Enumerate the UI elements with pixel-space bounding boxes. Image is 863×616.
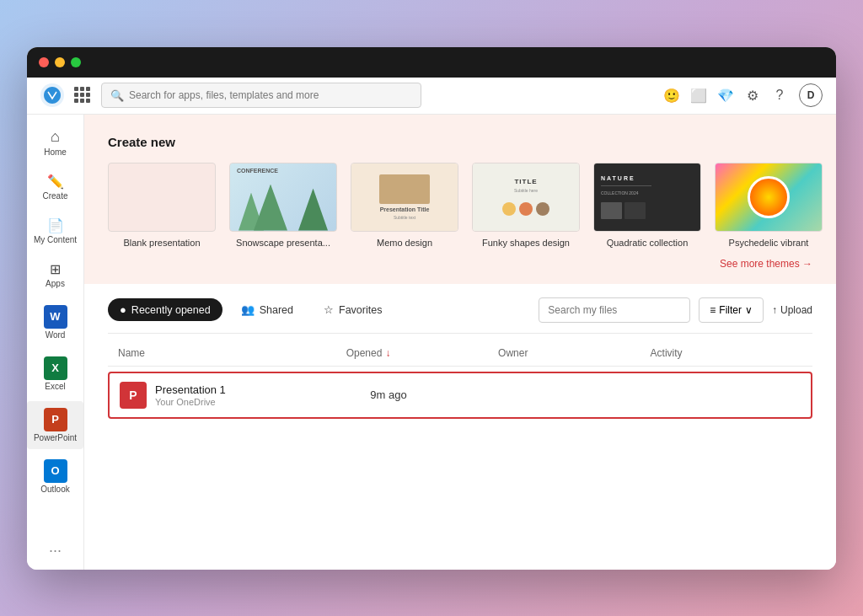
outlook-icon: O xyxy=(44,459,67,483)
files-toolbar-right: ≡ Filter ∨ ↑ Upload xyxy=(539,297,812,323)
template-blank[interactable]: Blank presentation xyxy=(108,163,216,249)
home-icon: ⌂ xyxy=(51,128,60,146)
table-row[interactable]: P Presentation 1 Your OneDrive 9m ago xyxy=(108,372,812,419)
file-location: Your OneDrive xyxy=(155,397,370,407)
word-icon: W xyxy=(44,305,67,329)
sidebar-item-label: Excel xyxy=(45,382,65,391)
sidebar-item-label: Apps xyxy=(46,279,65,288)
tab-shared[interactable]: 👥 Shared xyxy=(229,298,305,321)
sidebar-item-powerpoint[interactable]: P PowerPoint xyxy=(27,401,83,449)
template-thumb-blank xyxy=(108,163,216,232)
col-header-activity: Activity xyxy=(651,347,802,359)
filter-button[interactable]: ≡ Filter ∨ xyxy=(699,297,764,323)
upload-button[interactable]: ↑ Upload xyxy=(772,297,812,323)
user-avatar[interactable]: D xyxy=(799,83,823,107)
sidebar-item-label: PowerPoint xyxy=(34,433,77,442)
template-label-psychedelic: Psychedelic vibrant xyxy=(729,237,809,249)
template-label-snowscape: Snowscape presenta... xyxy=(236,237,330,249)
excel-icon: X xyxy=(44,356,67,380)
sidebar-item-home[interactable]: ⌂ Home xyxy=(27,121,83,163)
sidebar-item-outlook[interactable]: O Outlook xyxy=(27,453,83,501)
waffle-menu-icon[interactable] xyxy=(74,87,91,104)
templates-row: Blank presentation CONFERENCE S xyxy=(108,163,812,249)
template-thumb-quadratic: NATURE COLLECTION 2024 xyxy=(593,163,701,232)
template-label-blank: Blank presentation xyxy=(123,237,200,249)
col-header-name: Name xyxy=(118,347,346,359)
upload-icon: ↑ xyxy=(772,304,777,316)
main-layout: ⌂ Home ✏️ Create 📄 My Content ⊞ Apps W W… xyxy=(27,115,836,570)
tab-recently-opened[interactable]: ● Recently opened xyxy=(108,298,222,321)
template-quadratic[interactable]: NATURE COLLECTION 2024 Quadratic collect… xyxy=(593,163,701,249)
search-icon: 🔍 xyxy=(110,89,124,102)
file-opened-time: 9m ago xyxy=(370,388,513,401)
global-search-input[interactable] xyxy=(129,89,412,101)
top-bar-actions: 🙂 ⬜ 💎 ⚙ ? D xyxy=(664,83,823,107)
filter-chevron-icon: ∨ xyxy=(745,304,753,316)
tab-recently-opened-label: Recently opened xyxy=(131,304,211,316)
sidebar: ⌂ Home ✏️ Create 📄 My Content ⊞ Apps W W… xyxy=(27,115,84,570)
top-bar: 🔍 🙂 ⬜ 💎 ⚙ ? D xyxy=(27,78,836,115)
col-header-owner: Owner xyxy=(498,347,650,359)
file-icon-wrap: P xyxy=(120,382,147,409)
template-funky[interactable]: TITLE Subtitle here Funky shapes design xyxy=(472,163,580,249)
sidebar-more-button[interactable]: ... xyxy=(42,532,68,563)
filter-label: Filter xyxy=(719,304,742,316)
template-thumb-memo: Presentation Title Subtitle text xyxy=(351,163,458,232)
sidebar-item-excel[interactable]: X Excel xyxy=(27,350,83,398)
diamond-icon[interactable]: 💎 xyxy=(718,88,733,103)
app-window: 🔍 🙂 ⬜ 💎 ⚙ ? D ⌂ Home ✏️ Create 📄 xyxy=(27,47,836,570)
table-header: Name Opened ↓ Owner Activity xyxy=(108,340,812,367)
traffic-lights xyxy=(39,57,81,67)
sidebar-item-my-content[interactable]: 📄 My Content xyxy=(27,211,83,251)
tab-favorites[interactable]: ☆ Favorites xyxy=(312,298,394,321)
file-info: Presentation 1 Your OneDrive xyxy=(155,383,370,407)
tab-shared-label: Shared xyxy=(260,304,293,316)
sidebar-item-label: Create xyxy=(42,191,67,201)
screen-share-icon[interactable]: ⬜ xyxy=(691,88,706,103)
see-more-themes-link[interactable]: See more themes → xyxy=(720,258,812,270)
powerpoint-icon: P xyxy=(44,408,67,431)
create-icon: ✏️ xyxy=(47,174,64,190)
powerpoint-file-icon: P xyxy=(120,382,147,409)
template-snowscape[interactable]: CONFERENCE Snowscape presenta... xyxy=(229,163,337,249)
sidebar-item-apps[interactable]: ⊞ Apps xyxy=(27,254,83,295)
files-toolbar: ● Recently opened 👥 Shared ☆ Favorites xyxy=(108,284,812,334)
close-button[interactable] xyxy=(39,57,49,67)
upload-label: Upload xyxy=(780,304,812,316)
files-section: ● Recently opened 👥 Shared ☆ Favorites xyxy=(84,284,836,570)
shared-icon: 👥 xyxy=(241,303,255,316)
see-more-themes: See more themes → xyxy=(108,249,812,271)
sidebar-item-create[interactable]: ✏️ Create xyxy=(27,167,83,207)
content-area: Create new Blank presentation xyxy=(84,115,836,570)
help-icon[interactable]: ? xyxy=(772,88,787,103)
create-new-title: Create new xyxy=(108,135,812,149)
file-name: Presentation 1 xyxy=(155,383,370,396)
settings-icon[interactable]: ⚙ xyxy=(745,88,760,103)
global-search-bar[interactable]: 🔍 xyxy=(101,83,421,108)
create-new-section: Create new Blank presentation xyxy=(84,115,836,284)
sidebar-item-label: Outlook xyxy=(40,485,69,494)
sort-desc-icon: ↓ xyxy=(385,347,390,359)
recently-opened-icon: ● xyxy=(120,303,126,316)
sidebar-item-label: Word xyxy=(46,330,66,340)
tab-favorites-label: Favorites xyxy=(339,304,382,316)
col-header-opened[interactable]: Opened ↓ xyxy=(346,347,498,359)
template-thumb-snowscape: CONFERENCE xyxy=(229,163,337,232)
template-memo[interactable]: Presentation Title Subtitle text Memo de… xyxy=(351,163,458,249)
search-files-input[interactable] xyxy=(539,297,690,323)
template-psychedelic[interactable]: Psychedelic vibrant xyxy=(715,163,823,249)
my-content-icon: 📄 xyxy=(47,217,64,233)
files-table: Name Opened ↓ Owner Activity P xyxy=(108,340,812,419)
maximize-button[interactable] xyxy=(71,57,81,67)
sidebar-item-label: My Content xyxy=(34,235,77,244)
template-thumb-funky: TITLE Subtitle here xyxy=(472,163,580,232)
apps-icon: ⊞ xyxy=(50,261,61,277)
minimize-button[interactable] xyxy=(55,57,65,67)
template-thumb-psychedelic xyxy=(715,163,823,232)
m365-logo-icon xyxy=(40,83,64,107)
sidebar-item-word[interactable]: W Word xyxy=(27,298,83,346)
sidebar-item-label: Home xyxy=(44,147,67,157)
favorites-icon: ☆ xyxy=(324,303,334,316)
emoji-icon[interactable]: 🙂 xyxy=(664,88,679,103)
filter-icon: ≡ xyxy=(710,304,716,316)
